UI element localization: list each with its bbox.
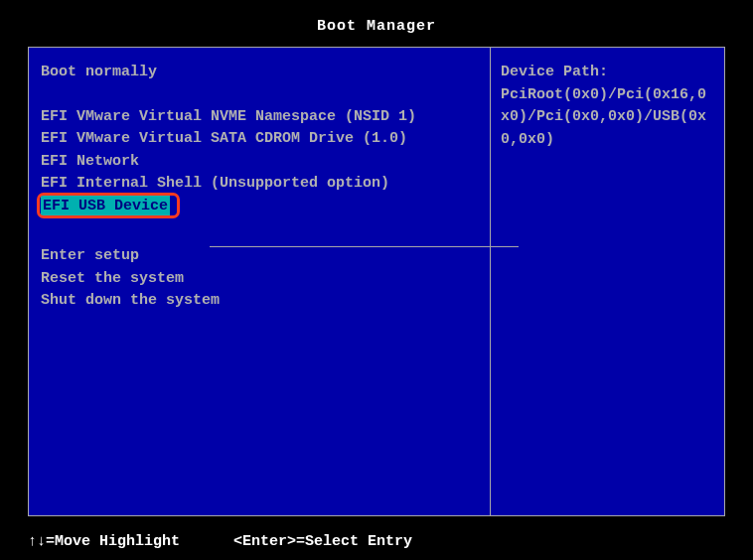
hint-select-entry: <Enter>=Select Entry xyxy=(233,533,412,550)
horizontal-divider xyxy=(210,246,519,247)
selected-item-wrapper: EFI USB Device xyxy=(41,196,170,218)
footer-hints: ↑↓=Move Highlight <Enter>=Select Entry xyxy=(28,533,725,550)
menu-item-efi-nvme[interactable]: EFI VMware Virtual NVME Namespace (NSID … xyxy=(41,106,478,129)
menu-item-efi-network[interactable]: EFI Network xyxy=(41,151,478,174)
menu-item-boot-normally[interactable]: Boot normally xyxy=(41,62,478,84)
menu-item-reset-system[interactable]: Reset the system xyxy=(41,268,478,291)
menu-item-efi-usb-device[interactable]: EFI USB Device xyxy=(41,196,170,218)
menu-item-efi-internal-shell[interactable]: EFI Internal Shell (Unsupported option) xyxy=(41,173,478,196)
menu-group-normal: Boot normally xyxy=(41,62,478,84)
boot-menu-pane: Boot normally EFI VMware Virtual NVME Na… xyxy=(29,48,490,515)
menu-group-devices: EFI VMware Virtual NVME Namespace (NSID … xyxy=(41,106,478,218)
menu-item-enter-setup[interactable]: Enter setup xyxy=(41,245,478,268)
menu-group-system: Enter setup Reset the system Shut down t… xyxy=(41,245,478,313)
boot-manager-frame: Boot normally EFI VMware Virtual NVME Na… xyxy=(28,47,725,516)
detail-pane: Device Path: PciRoot(0x0)/Pci(0x16,0x0)/… xyxy=(490,48,724,515)
page-title: Boot Manager xyxy=(0,0,753,35)
hint-move-highlight: ↑↓=Move Highlight xyxy=(28,533,180,550)
menu-item-efi-sata-cdrom[interactable]: EFI VMware Virtual SATA CDROM Drive (1.0… xyxy=(41,128,478,151)
detail-label: Device Path: xyxy=(501,62,714,84)
device-path-value: PciRoot(0x0)/Pci(0x16,0x0)/Pci(0x0,0x0)/… xyxy=(501,84,714,152)
menu-item-shutdown-system[interactable]: Shut down the system xyxy=(41,290,478,313)
